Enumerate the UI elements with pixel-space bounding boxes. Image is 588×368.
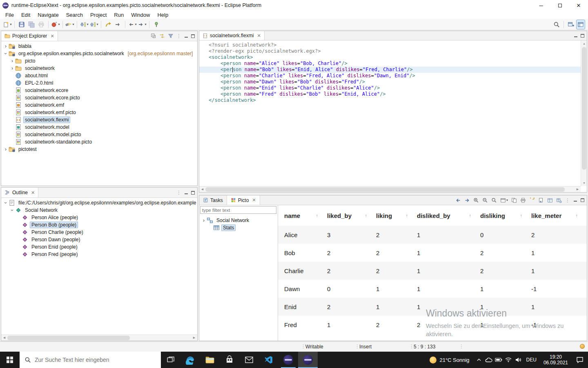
tree-item-person-dawn-people[interactable]: Person Dawn (people) [1, 236, 197, 243]
table-settings-button[interactable] [556, 197, 562, 203]
table-row-fred[interactable]: Fred1221-1 [278, 316, 587, 334]
table-row-dawn[interactable]: Dawn0111-1 [278, 280, 587, 298]
menu-file[interactable]: File [2, 11, 18, 19]
close-icon[interactable]: ✕ [257, 33, 261, 38]
forward-history-button[interactable]: ▾ [138, 20, 147, 29]
column-header-name[interactable]: name↑ [284, 212, 327, 219]
sort-ascending-icon[interactable]: ↑ [520, 213, 523, 218]
tray-expand-button[interactable] [474, 357, 484, 362]
back-button[interactable] [455, 197, 461, 203]
menu-project[interactable]: Project [87, 11, 110, 19]
code-line[interactable]: <person name="Alice" likes="Bob, Charlie… [199, 61, 581, 67]
onedrive-cloud-icon[interactable] [484, 357, 494, 363]
minimize-window-button[interactable]: ─ [532, 0, 550, 11]
print-button[interactable] [37, 20, 46, 29]
taskbar-app-vscode[interactable] [259, 352, 278, 368]
taskbar-weather[interactable]: 21°C Sonnig [425, 357, 474, 364]
tab-picto[interactable]: Picto ✕ [227, 195, 260, 205]
minimize-view-button[interactable] [184, 191, 188, 195]
volume-icon[interactable] [513, 357, 523, 363]
tab-tasks[interactable]: Tasks [199, 195, 227, 205]
keyboard-language[interactable]: DEU [523, 357, 540, 363]
collapse-all-button[interactable] [151, 33, 156, 39]
forward-button[interactable] [464, 197, 470, 203]
column-header-disliked_by[interactable]: disliked_by↑ [417, 212, 480, 219]
save-button[interactable] [17, 20, 26, 29]
twistie-collapsed-icon[interactable]: › [3, 43, 9, 49]
tree-item-socialnetwork-standalone-picto[interactable]: socialnetwork-standalone.picto [1, 138, 197, 146]
code-line[interactable]: <?render-egx picto/socialnetwork.egx?> [199, 48, 581, 54]
code-line[interactable]: <socialnetwork> [199, 54, 581, 61]
taskbar-app-edge[interactable] [180, 352, 200, 368]
view-mode-dropdown[interactable]: ▾ [500, 197, 508, 203]
close-icon[interactable]: ✕ [31, 190, 35, 195]
previous-annotation-button[interactable]: ▾ [89, 20, 98, 29]
taskbar-clock[interactable]: 19:20 06.09.2021 [540, 354, 572, 366]
zoom-out-button[interactable] [482, 197, 488, 203]
column-header-liked_by[interactable]: liked_by↑ [327, 212, 376, 219]
scroll-up-icon[interactable]: ▲ [581, 40, 587, 47]
column-header-like_meter[interactable]: like_meter↑ [531, 212, 587, 219]
zoom-in-button[interactable] [473, 197, 479, 203]
scroll-down-icon[interactable]: ▼ [581, 180, 587, 186]
taskbar-app-eclipse-2[interactable] [298, 352, 318, 368]
editor-horizontal-scrollbar[interactable]: ◀ ▶ [199, 186, 581, 192]
close-icon[interactable]: ✕ [252, 197, 256, 203]
tree-item-person-charlie-people[interactable]: Person Charlie (people) [1, 229, 197, 236]
table-view-button[interactable] [547, 197, 553, 203]
code-line[interactable]: <person name="Charlie" likes="Fred, Alic… [199, 73, 581, 79]
quick-access-search-button[interactable] [552, 20, 561, 29]
sort-ascending-icon[interactable]: ↑ [406, 213, 408, 218]
minimize-view-button[interactable] [573, 198, 577, 202]
twistie-collapsed-icon[interactable]: › [9, 58, 15, 64]
close-icon[interactable]: ✕ [50, 34, 54, 39]
search-dialog-button[interactable]: ▾ [65, 20, 74, 29]
twistie-collapsed-icon[interactable]: › [3, 146, 9, 152]
column-header-disliking[interactable]: disliking↑ [480, 212, 531, 219]
twistie-collapsed-icon[interactable]: › [9, 65, 15, 71]
twistie-collapsed-icon[interactable]: › [201, 218, 207, 223]
battery-icon[interactable] [494, 357, 503, 362]
action-center-button[interactable] [572, 357, 588, 363]
tree-item-socialnetwork-model[interactable]: socialnetwork.model [1, 123, 197, 131]
code-line-current[interactable]: <person name="Bob" likes="Enid, Alice" d… [199, 67, 581, 73]
start-button[interactable] [0, 352, 20, 368]
table-row-enid[interactable]: Enid21111 [278, 298, 587, 316]
code-line[interactable]: <person name="Dawn" likes="Bob" dislikes… [199, 79, 581, 85]
tree-item-socialnetwork-emf-picto[interactable]: socialnetwork.emf.picto [1, 109, 197, 116]
tree-item-socialnetwork-ecore[interactable]: socialnetwork.ecore [1, 87, 197, 94]
run-tool-button[interactable]: ▾ [51, 20, 60, 29]
tree-item-socialnetwork-model-picto[interactable]: socialnetwork.model.picto [1, 131, 197, 138]
sort-ascending-icon[interactable]: ↑ [576, 213, 578, 218]
view-menu-button[interactable]: ⋮ [565, 198, 570, 202]
current-perspective-button[interactable] [576, 20, 585, 29]
view-menu-button[interactable]: ⋮ [176, 191, 181, 195]
print-button[interactable] [520, 197, 526, 203]
scroll-left-icon[interactable]: ◀ [1, 335, 7, 341]
menu-run[interactable]: Run [110, 11, 127, 19]
picto-filter-input[interactable] [200, 206, 276, 214]
tree-item-person-bob-people[interactable]: Person Bob (people) [1, 221, 197, 229]
menu-search[interactable]: Search [62, 11, 87, 19]
notification-lamp-icon[interactable] [580, 344, 585, 349]
outline-horizontal-scrollbar[interactable]: ◀ ▶ [1, 334, 197, 341]
code-line[interactable]: <person name="Fred" dislikes="Bob" likes… [199, 91, 581, 97]
go-into-button[interactable] [114, 20, 122, 29]
sort-ascending-icon[interactable]: ↑ [316, 213, 318, 218]
tree-item-about-html[interactable]: about.html [1, 72, 197, 79]
maximize-view-button[interactable] [581, 34, 584, 38]
tree-item-social-network[interactable]: ›Social Network [1, 206, 197, 214]
code-line[interactable]: <?nsuri socialnetwork?> [199, 42, 581, 48]
new-wizard-button[interactable]: ▾ [3, 20, 12, 29]
scrollbar-thumb[interactable] [205, 187, 565, 192]
code-area[interactable]: <?nsuri socialnetwork?><?render-egx pict… [199, 40, 581, 186]
taskbar-app-eclipse-1[interactable] [278, 352, 298, 368]
menu-edit[interactable]: Edit [18, 11, 34, 19]
tree-item-pictotest[interactable]: ›pictotest [1, 146, 197, 153]
twistie-expanded-icon[interactable]: › [3, 200, 9, 206]
tree-item-socialnetwork-flexmi[interactable]: socialnetwork.flexmi [1, 116, 197, 123]
taskbar-search[interactable] [20, 352, 161, 368]
tree-item-org-eclipse-epsilon-examples-picto-socialnetwork[interactable]: ›org.eclipse.epsilon.examples.picto.soci… [1, 50, 197, 57]
tree-item-person-alice-people[interactable]: Person Alice (people) [1, 214, 197, 221]
pin-editor-button[interactable] [152, 20, 161, 29]
